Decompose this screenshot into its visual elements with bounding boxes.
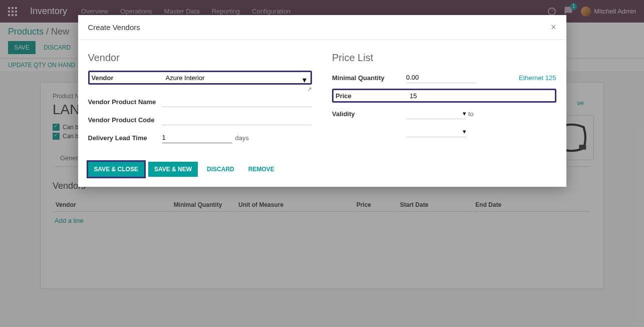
vendor-select[interactable] <box>166 73 309 83</box>
vpc-label: Vendor Product Code <box>88 116 162 124</box>
close-icon[interactable]: × <box>551 22 556 33</box>
vendor-section-heading: Vendor <box>88 52 312 64</box>
minq-label: Minimal Quantity <box>332 74 406 82</box>
vpn-label: Vendor Product Name <box>88 98 162 106</box>
save-new-button[interactable]: SAVE & NEW <box>148 162 198 177</box>
modal-title: Create Vendors <box>88 23 140 32</box>
modal-footer: SAVE & CLOSE SAVE & NEW DISCARD REMOVE <box>78 155 566 187</box>
pricelist-column: Price List Minimal Quantity Ethernet 125… <box>332 52 556 149</box>
validity-to-select[interactable]: ▾ <box>406 126 466 137</box>
modal-discard-button[interactable]: DISCARD <box>202 162 239 177</box>
vendor-product-name-input[interactable] <box>162 96 312 107</box>
price-input[interactable] <box>410 91 480 101</box>
external-link-icon[interactable]: ↗ <box>307 86 312 93</box>
dlt-label: Delivery Lead Time <box>88 134 162 142</box>
vendor-product-code-input[interactable] <box>162 114 312 125</box>
vendor-label: Vendor <box>92 74 166 82</box>
validity-label: Validity <box>332 110 406 118</box>
create-vendors-modal: Create Vendors × Vendor Vendor ▾ ↗ Ven <box>78 15 566 187</box>
save-close-button[interactable]: SAVE & CLOSE <box>88 162 144 177</box>
delivery-lead-time-input[interactable] <box>162 132 232 143</box>
to-label: to <box>468 110 474 118</box>
vendor-column: Vendor Vendor ▾ ↗ Vendor Product Name <box>88 52 312 149</box>
days-suffix: days <box>235 134 249 142</box>
price-label: Price <box>336 92 410 100</box>
uom-link[interactable]: Ethernet 125 <box>519 74 556 82</box>
minimal-quantity-input[interactable] <box>406 72 476 83</box>
price-field-row: Price <box>332 89 556 103</box>
pricelist-section-heading: Price List <box>332 52 556 64</box>
vendor-field-row: Vendor ▾ <box>88 71 312 85</box>
modal-overlay: Create Vendors × Vendor Vendor ▾ ↗ Ven <box>0 0 644 327</box>
validity-from-select[interactable]: ▾ <box>406 108 466 119</box>
remove-button[interactable]: REMOVE <box>243 162 279 177</box>
